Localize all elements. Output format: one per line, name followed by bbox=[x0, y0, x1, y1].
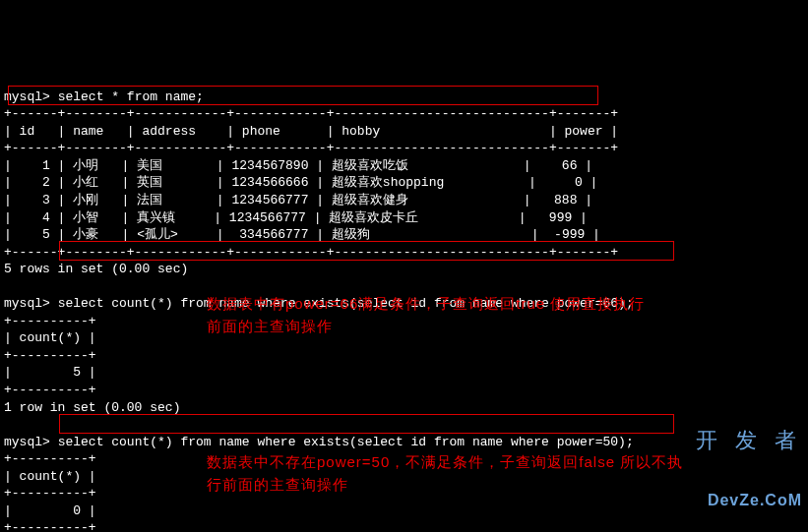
table-row: | 3 | 小刚 | 法国 | 1234566777 | 超级喜欢健身 | 88… bbox=[4, 193, 592, 207]
result-footer: 5 rows in set (0.00 sec) bbox=[4, 262, 188, 276]
table-row: | 5 | 小豪 | <孤儿> | 334566777 | 超级狗 | -999… bbox=[4, 227, 600, 242]
mysql-prompt[interactable]: mysql> bbox=[4, 435, 50, 449]
table-header: | count(*) | bbox=[4, 330, 96, 345]
watermark: 开 发 者 DevZe.CoM bbox=[696, 391, 802, 528]
annotation-2: 数据表中不存在power=50，不满足条件，子查询返回false 所以不执行前面… bbox=[207, 451, 699, 496]
sql-query-1: select * from name; bbox=[58, 89, 204, 104]
table-row: | 2 | 小红 | 英国 | 1234566666 | 超级喜欢shoppin… bbox=[4, 175, 597, 190]
table-border: +----------+ bbox=[4, 451, 96, 466]
table-row: | 4 | 小智 | 真兴镇 | 1234566777 | 超级喜欢皮卡丘 | … bbox=[4, 210, 588, 225]
sql-query-3: select count(*) from name where exists(s… bbox=[58, 435, 634, 449]
table-border: +----------+ bbox=[4, 383, 96, 397]
table-row: | 0 | bbox=[4, 503, 96, 518]
annotation-1: 数据表中有power=66满足条件，子查询返回true 使用直接执行前面的主查询… bbox=[207, 293, 659, 337]
mysql-prompt[interactable]: mysql> bbox=[4, 296, 50, 311]
table-header: | count(*) | bbox=[4, 469, 96, 484]
table-row: | 5 | bbox=[4, 365, 96, 380]
mysql-prompt[interactable]: mysql> bbox=[4, 89, 50, 104]
table-border: +------+--------+------------+----------… bbox=[4, 106, 618, 121]
table-header: | id | name | address | phone | hobby | … bbox=[4, 124, 618, 139]
table-border: +----------+ bbox=[4, 314, 96, 328]
table-row: | 1 | 小明 | 美国 | 1234567890 | 超级喜欢吃饭 | 66… bbox=[4, 158, 592, 173]
table-border: +----------+ bbox=[4, 486, 96, 501]
table-border: +------+--------+------------+----------… bbox=[4, 141, 618, 155]
table-border: +----------+ bbox=[4, 348, 96, 363]
watermark-line2: DevZe.CoM bbox=[696, 490, 802, 511]
result-footer: 1 row in set (0.00 sec) bbox=[4, 400, 180, 415]
table-border: +------+--------+------------+----------… bbox=[4, 245, 618, 260]
table-border: +----------+ bbox=[4, 520, 96, 532]
watermark-line1: 开 发 者 bbox=[696, 426, 802, 455]
